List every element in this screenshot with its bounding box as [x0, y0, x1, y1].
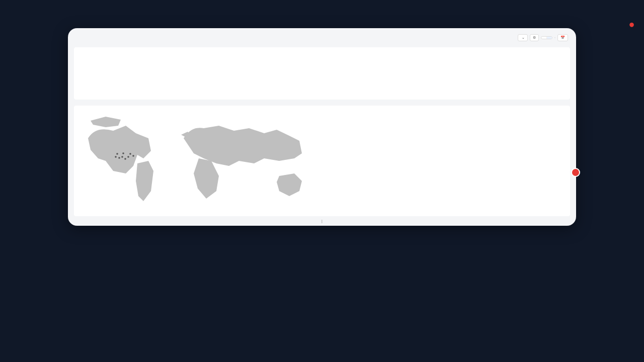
toggle-count[interactable] — [541, 37, 547, 39]
svg-point-2 — [121, 156, 123, 158]
integrations-dropdown[interactable]: ⌄ — [518, 34, 528, 41]
svg-point-4 — [127, 156, 129, 158]
trend-chart-card — [74, 47, 570, 100]
svg-point-6 — [122, 152, 124, 154]
page-headline — [0, 0, 644, 19]
calendar-icon: 📅 — [560, 36, 565, 40]
world-map — [78, 111, 319, 211]
toggle-dollar[interactable] — [547, 37, 552, 39]
svg-point-1 — [118, 157, 120, 159]
dashboard-footer: | — [74, 216, 570, 226]
date-range-toggle[interactable] — [554, 37, 555, 38]
location-table — [326, 111, 566, 211]
brand-logo: ● — [628, 19, 635, 31]
dashboard-card: ⌄ ⚙ 📅 — [68, 28, 576, 226]
svg-point-5 — [129, 153, 131, 155]
order-locations-card — [74, 106, 570, 216]
trend-chart — [78, 50, 566, 96]
settings-button[interactable]: ⚙ — [530, 34, 539, 41]
svg-point-7 — [116, 153, 118, 155]
gear-icon: ⚙ — [533, 36, 536, 40]
svg-point-0 — [115, 156, 117, 158]
unit-toggle[interactable] — [541, 36, 552, 39]
svg-point-8 — [132, 155, 134, 157]
feedback-knob[interactable] — [572, 169, 579, 176]
overview-toolbar: ⌄ ⚙ 📅 — [518, 34, 568, 41]
svg-point-3 — [124, 158, 126, 160]
calendar-button[interactable]: 📅 — [557, 34, 568, 41]
